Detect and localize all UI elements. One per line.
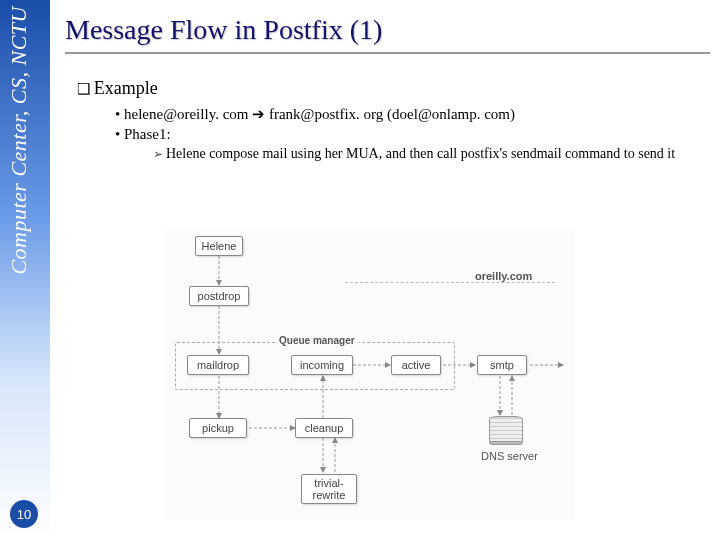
flow-diagram: Helene oreilly.com postdrop Queue manage… — [165, 230, 575, 520]
sidebar: Computer Center, CS, NCTU — [0, 0, 50, 540]
bullet-example: Example — [77, 78, 710, 99]
queue-manager-label: Queue manager — [275, 335, 359, 346]
page-title: Message Flow in Postfix (1) — [65, 14, 710, 54]
dns-icon — [489, 416, 523, 445]
node-active: active — [391, 355, 441, 375]
node-smtp: smtp — [477, 355, 527, 375]
node-trivial-rewrite: trivial- rewrite — [301, 474, 357, 504]
label-dns: DNS server — [481, 450, 538, 462]
node-helene: Helene — [195, 236, 243, 256]
bullet-line1: helene@oreilly. com ➔ frank@postfix. org… — [115, 105, 710, 123]
page-number-badge: 10 — [10, 500, 38, 528]
node-maildrop: maildrop — [187, 355, 249, 375]
oreilly-line — [345, 282, 555, 283]
label-oreilly: oreilly.com — [475, 270, 532, 282]
node-pickup: pickup — [189, 418, 247, 438]
slide-content: Message Flow in Postfix (1) Example hele… — [65, 14, 710, 164]
node-postdrop: postdrop — [189, 286, 249, 306]
bullet-line2: Phase1: — [115, 126, 710, 143]
node-incoming: incoming — [291, 355, 353, 375]
bullet-sub1: Helene compose mail using her MUA, and t… — [153, 146, 710, 162]
node-cleanup: cleanup — [295, 418, 353, 438]
sidebar-org-text: Computer Center, CS, NCTU — [6, 6, 32, 275]
